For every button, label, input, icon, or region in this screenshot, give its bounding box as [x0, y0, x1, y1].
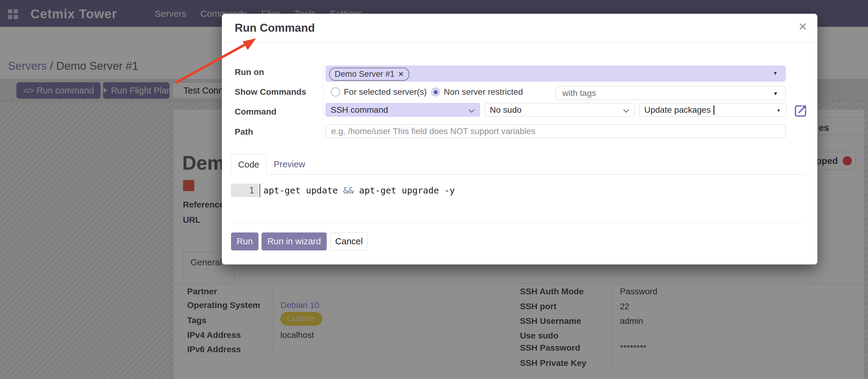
- run-on-field[interactable]: Demo Server #1 ✕ ▼: [326, 65, 786, 82]
- command-label: Command: [235, 107, 276, 117]
- select-chevron-icon: [623, 107, 629, 113]
- dropdown-caret-icon[interactable]: ▼: [773, 70, 778, 76]
- dialog-title: Run Command: [235, 22, 315, 34]
- tab-preview[interactable]: Preview: [274, 159, 313, 169]
- label-column-divider: [323, 64, 323, 139]
- run-button[interactable]: Run: [231, 232, 258, 250]
- editor-cursor: [259, 184, 260, 197]
- code-line-number: 1: [231, 184, 258, 197]
- close-icon[interactable]: ×: [799, 19, 807, 34]
- radio-non-restricted[interactable]: [431, 88, 440, 97]
- external-link-icon[interactable]: [794, 104, 808, 118]
- radio-selected-servers[interactable]: [331, 88, 340, 97]
- path-label: Path: [235, 127, 253, 137]
- dropdown-caret-icon: ▼: [776, 108, 781, 113]
- command-autocomplete[interactable]: Update packages ▼: [639, 103, 786, 117]
- show-commands-label: Show Commands: [235, 87, 306, 97]
- path-input[interactable]: [326, 124, 786, 138]
- run-on-label: Run on: [235, 67, 264, 77]
- radio-selected-servers-label[interactable]: For selected server(s): [344, 87, 427, 97]
- screen: Cetmix Tower Servers Commands Files Tool…: [0, 0, 868, 379]
- tab-code[interactable]: Code: [231, 154, 267, 175]
- with-tags-dropdown[interactable]: with tags ▼: [555, 86, 786, 100]
- text-cursor: [713, 105, 714, 115]
- select-chevron-icon: [469, 107, 474, 113]
- radio-non-restricted-label[interactable]: Non server restricted: [444, 87, 523, 97]
- command-type-select[interactable]: SSH command: [326, 103, 480, 117]
- tag-remove-icon[interactable]: ✕: [398, 70, 404, 78]
- code-line[interactable]: apt-get update && apt-get upgrade -y: [263, 185, 455, 196]
- server-tag[interactable]: Demo Server #1 ✕: [329, 68, 409, 81]
- run-in-wizard-button[interactable]: Run in wizard: [261, 232, 327, 250]
- dialog-footer-divider: [231, 222, 806, 223]
- notebook-divider: [231, 174, 806, 175]
- dropdown-caret-icon: ▼: [773, 91, 778, 97]
- cancel-button[interactable]: Cancel: [330, 232, 368, 250]
- run-command-dialog: Run Command × Run on Demo Server #1 ✕ ▼ …: [222, 14, 817, 264]
- dialog-header-divider: [222, 42, 817, 42]
- sudo-select[interactable]: No sudo: [485, 103, 634, 117]
